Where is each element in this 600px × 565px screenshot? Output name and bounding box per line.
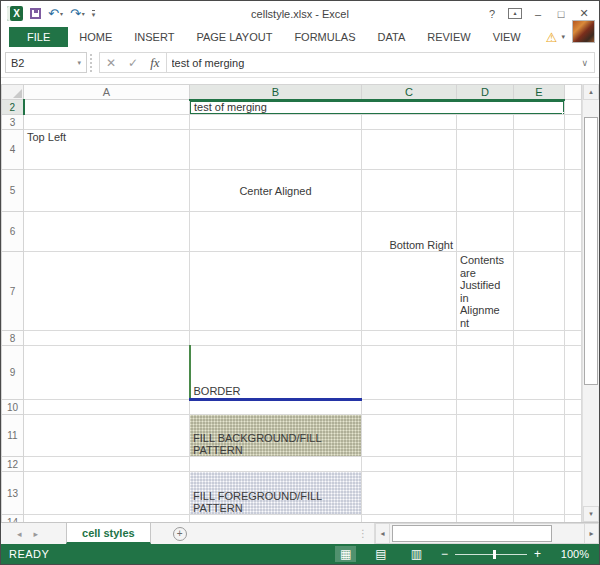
previous-sheet-icon[interactable]: ◂	[17, 529, 22, 539]
next-sheet-icon[interactable]: ▸	[34, 529, 39, 539]
scroll-right-icon[interactable]: ▸	[584, 523, 599, 544]
cell-c13[interactable]	[362, 472, 457, 515]
cell-c8[interactable]	[362, 331, 457, 346]
scroll-up-icon[interactable]: ▴	[583, 84, 599, 100]
cell-a4[interactable]: Top Left	[24, 130, 190, 170]
row-header-12[interactable]: 12	[2, 457, 24, 472]
cell-c3[interactable]	[362, 115, 457, 130]
cell-f4[interactable]	[565, 130, 582, 170]
row-header-13[interactable]: 13	[2, 472, 24, 515]
cell-b6[interactable]	[190, 212, 362, 252]
redo-dropdown-icon[interactable]: ▾	[82, 8, 85, 20]
cell-d3[interactable]	[457, 115, 514, 130]
cell-a13[interactable]	[24, 472, 190, 515]
cell-a5[interactable]	[24, 170, 190, 212]
cell-c6[interactable]: Bottom Right	[362, 212, 457, 252]
cell-c12[interactable]	[362, 457, 457, 472]
user-avatar[interactable]	[572, 20, 595, 43]
row-header-8[interactable]: 8	[2, 331, 24, 346]
warning-icon[interactable]: ⚠	[546, 30, 558, 45]
cell-f6[interactable]	[565, 212, 582, 252]
row-header-9[interactable]: 9	[2, 346, 24, 400]
cell-e13[interactable]	[514, 472, 565, 515]
cell-e12[interactable]	[514, 457, 565, 472]
tab-home[interactable]: HOME	[68, 27, 123, 47]
help-button[interactable]: ?	[485, 8, 499, 20]
cell-d8[interactable]	[457, 331, 514, 346]
page-break-view-icon[interactable]: ▥	[406, 546, 427, 562]
tab-page-layout[interactable]: PAGE LAYOUT	[185, 27, 283, 47]
column-header-c[interactable]: C	[362, 85, 457, 100]
cell-d5[interactable]	[457, 170, 514, 212]
column-header-f-partial[interactable]	[565, 85, 582, 100]
tab-formulas[interactable]: FORMULAS	[283, 27, 366, 47]
cell-d7[interactable]: Contents are Justified in Alignme nt	[457, 252, 514, 331]
cell-a2[interactable]	[24, 100, 190, 115]
new-sheet-button[interactable]: +	[173, 527, 187, 541]
cell-f8[interactable]	[565, 331, 582, 346]
row-header-10[interactable]: 10	[2, 400, 24, 415]
column-header-e[interactable]: E	[514, 85, 565, 100]
cell-f2[interactable]	[565, 100, 582, 115]
row-header-3[interactable]: 3	[2, 115, 24, 130]
cell-c5[interactable]	[362, 170, 457, 212]
cell-d6[interactable]	[457, 212, 514, 252]
cell-a7[interactable]	[24, 252, 190, 331]
cell-e11[interactable]	[514, 415, 565, 457]
cell-e6[interactable]	[514, 212, 565, 252]
cell-d10[interactable]	[457, 400, 514, 415]
zoom-in-icon[interactable]: +	[534, 547, 541, 561]
name-box[interactable]: B2 ▾	[5, 52, 87, 73]
cell-a12[interactable]	[24, 457, 190, 472]
formula-input[interactable]	[167, 57, 576, 69]
cell-b4[interactable]	[190, 130, 362, 170]
column-header-a[interactable]: A	[24, 85, 190, 100]
cell-f5[interactable]	[565, 170, 582, 212]
cell-d11[interactable]	[457, 415, 514, 457]
tab-insert[interactable]: INSERT	[123, 27, 185, 47]
horizontal-scroll-thumb[interactable]	[392, 525, 552, 542]
cell-a3[interactable]	[24, 115, 190, 130]
cell-d4[interactable]	[457, 130, 514, 170]
formula-bar-expand-icon[interactable]: ∨	[575, 58, 594, 68]
tab-splitter-icon[interactable]: ⋮	[358, 528, 374, 539]
row-header-2[interactable]: 2	[2, 100, 24, 115]
cell-f7[interactable]	[565, 252, 582, 331]
tab-view[interactable]: VIEW	[482, 27, 532, 47]
enter-icon[interactable]: ✓	[128, 56, 138, 70]
redo-button[interactable]: ↷▾	[70, 8, 85, 20]
tab-file[interactable]: FILE	[9, 27, 68, 47]
sheet-tab-cell-styles[interactable]: cell styles	[66, 523, 151, 544]
cell-e4[interactable]	[514, 130, 565, 170]
cell-d9[interactable]	[457, 346, 514, 400]
column-header-d[interactable]: D	[457, 85, 514, 100]
cell-c11[interactable]	[362, 415, 457, 457]
cell-b10[interactable]	[190, 400, 362, 415]
cell-e10[interactable]	[514, 400, 565, 415]
cell-b9[interactable]: BORDER	[190, 346, 362, 400]
cell-e7[interactable]	[514, 252, 565, 331]
undo-button[interactable]: ↶▾	[48, 8, 63, 20]
cell-e9[interactable]	[514, 346, 565, 400]
zoom-slider-thumb[interactable]	[493, 550, 496, 559]
cell-f11[interactable]	[565, 415, 582, 457]
fill-handle[interactable]	[562, 112, 565, 115]
vertical-scroll-thumb[interactable]	[584, 117, 598, 385]
column-header-b[interactable]: B	[190, 85, 362, 100]
cell-f13[interactable]	[565, 472, 582, 515]
cell-a10[interactable]	[24, 400, 190, 415]
cell-c7[interactable]	[362, 252, 457, 331]
name-box-dropdown-icon[interactable]: ▾	[77, 59, 81, 67]
cell-b5[interactable]: Center Aligned	[190, 170, 362, 212]
insert-function-icon[interactable]: fx	[150, 55, 159, 71]
cell-c4[interactable]	[362, 130, 457, 170]
cell-e3[interactable]	[514, 115, 565, 130]
undo-dropdown-icon[interactable]: ▾	[60, 8, 63, 20]
cell-b7[interactable]	[190, 252, 362, 331]
tab-data[interactable]: DATA	[367, 27, 417, 47]
ribbon-display-options-button[interactable]: ▴	[508, 8, 522, 19]
scroll-down-icon[interactable]: ▾	[583, 506, 599, 522]
excel-app-icon[interactable]: X	[7, 6, 23, 21]
row-header-4[interactable]: 4	[2, 130, 24, 170]
cell-a8[interactable]	[24, 331, 190, 346]
